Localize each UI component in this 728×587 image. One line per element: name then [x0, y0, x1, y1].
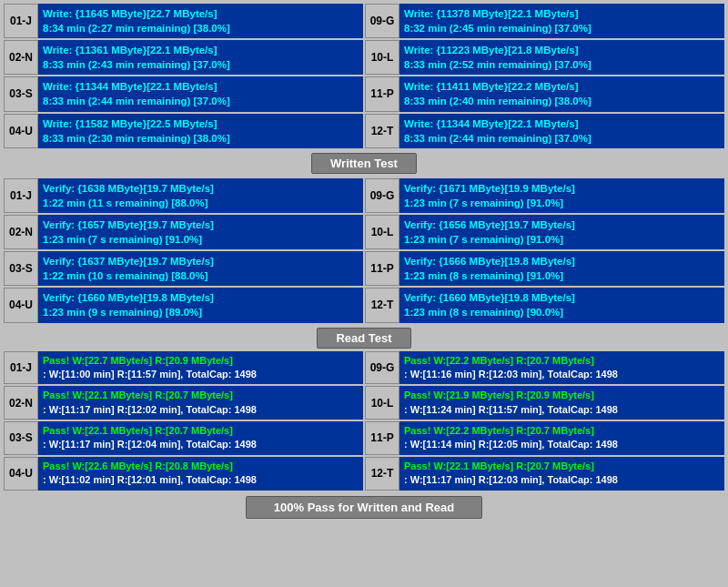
left-cell: Write: {11645 MByte}[22.7 MByte/s] 8:34 … [38, 4, 363, 38]
verify-section: 01-J Verify: {1638 MByte}[19.7 MByte/s] … [4, 178, 724, 325]
right-half: 11-P Pass! W:[22.2 MByte/s] R:[20.7 MByt… [365, 421, 724, 455]
row-unit: 04-U Verify: {1660 MByte}[19.8 MByte/s] … [4, 288, 724, 322]
left-half: 04-U Verify: {1660 MByte}[19.8 MByte/s] … [4, 288, 363, 322]
right-id: 10-L [365, 386, 399, 420]
left-id: 02-N [4, 40, 38, 75]
right-pass-cell: Pass! W:[22.2 MByte/s] R:[20.7 MByte/s] … [399, 351, 724, 385]
right-line2: 1:23 min (7 s remaining) [91.0%] [404, 232, 720, 247]
row-unit: 01-J Pass! W:[22.7 MByte/s] R:[20.9 MByt… [4, 351, 724, 385]
right-cell: Verify: {1671 MByte}[19.9 MByte/s] 1:23 … [399, 178, 724, 213]
left-id: 04-U [4, 114, 38, 148]
left-line1: Pass! W:[22.1 MByte/s] R:[20.7 MByte/s] [43, 424, 359, 438]
left-line1: Verify: {1637 MByte}[19.7 MByte/s] [43, 254, 359, 268]
right-id: 12-T [365, 114, 399, 148]
right-cell: Write: {11411 MByte}[22.2 MByte/s] 8:33 … [399, 76, 724, 111]
right-cell: Verify: {1656 MByte}[19.7 MByte/s] 1:23 … [399, 215, 724, 249]
left-id: 03-S [4, 76, 38, 111]
right-line1: Write: {11378 MByte}[22.1 MByte/s] [404, 6, 720, 21]
read-rows: 01-J Pass! W:[22.7 MByte/s] R:[20.9 MByt… [4, 351, 724, 492]
footer-label: 100% Pass for Written and Read [246, 496, 482, 519]
right-pass-cell: Pass! W:[22.2 MByte/s] R:[20.7 MByte/s] … [399, 421, 724, 455]
left-half: 04-U Pass! W:[22.6 MByte/s] R:[20.8 MByt… [4, 457, 363, 491]
right-half: 10-L Write: {11223 MByte}[21.8 MByte/s] … [365, 40, 724, 75]
right-id: 12-T [365, 288, 399, 322]
left-id: 03-S [4, 251, 38, 286]
left-pass-cell: Pass! W:[22.1 MByte/s] R:[20.7 MByte/s] … [38, 421, 363, 455]
right-id: 09-G [365, 351, 399, 385]
left-line2: : W:[11:00 min] R:[11:57 min], TotalCap:… [43, 368, 359, 381]
right-half: 11-P Write: {11411 MByte}[22.2 MByte/s] … [365, 76, 724, 111]
right-line1: Write: {11411 MByte}[22.2 MByte/s] [404, 79, 720, 94]
read-section: 01-J Pass! W:[22.7 MByte/s] R:[20.9 MByt… [4, 351, 724, 492]
right-pass-cell: Pass! W:[21.9 MByte/s] R:[20.9 MByte/s] … [399, 386, 724, 420]
right-line1: Write: {11344 MByte}[22.1 MByte/s] [404, 116, 720, 131]
left-cell: Write: {11361 MByte}[22.1 MByte/s] 8:33 … [38, 40, 363, 75]
row-unit: 04-U Pass! W:[22.6 MByte/s] R:[20.8 MByt… [4, 457, 724, 491]
right-half: 10-L Pass! W:[21.9 MByte/s] R:[20.9 MByt… [365, 386, 724, 420]
verify-rows: 01-J Verify: {1638 MByte}[19.7 MByte/s] … [4, 178, 724, 325]
right-line1: Verify: {1666 MByte}[19.8 MByte/s] [404, 254, 720, 268]
right-half: 12-T Verify: {1660 MByte}[19.8 MByte/s] … [365, 288, 724, 322]
row-unit: 01-J Verify: {1638 MByte}[19.7 MByte/s] … [4, 178, 724, 213]
left-id: 01-J [4, 351, 38, 385]
right-line1: Pass! W:[22.2 MByte/s] R:[20.7 MByte/s] [404, 424, 720, 438]
row-unit: 02-N Verify: {1657 MByte}[19.7 MByte/s] … [4, 215, 724, 249]
left-half: 01-J Pass! W:[22.7 MByte/s] R:[20.9 MByt… [4, 351, 363, 385]
left-line1: Write: {11645 MByte}[22.7 MByte/s] [43, 6, 359, 21]
right-line2: : W:[11:24 min] R:[11:57 min], TotalCap:… [404, 403, 720, 417]
left-line1: Write: {11582 MByte}[22.5 MByte/s] [43, 116, 359, 131]
right-cell: Verify: {1666 MByte}[19.8 MByte/s] 1:23 … [399, 251, 724, 286]
left-cell: Write: {11582 MByte}[22.5 MByte/s] 8:33 … [38, 114, 363, 148]
left-line1: Pass! W:[22.6 MByte/s] R:[20.8 MByte/s] [43, 460, 359, 473]
right-half: 12-T Write: {11344 MByte}[22.1 MByte/s] … [365, 114, 724, 148]
write-rows: 01-J Write: {11645 MByte}[22.7 MByte/s] … [4, 4, 724, 150]
left-cell: Verify: {1637 MByte}[19.7 MByte/s] 1:22 … [38, 251, 363, 286]
row-unit: 03-S Write: {11344 MByte}[22.1 MByte/s] … [4, 76, 724, 111]
left-line2: : W:[11:02 min] R:[12:01 min], TotalCap:… [43, 473, 359, 487]
right-id: 12-T [365, 457, 399, 491]
left-half: 02-N Pass! W:[22.1 MByte/s] R:[20.7 MByt… [4, 386, 363, 420]
left-id: 04-U [4, 288, 38, 322]
left-line1: Verify: {1638 MByte}[19.7 MByte/s] [43, 181, 359, 196]
right-half: 09-G Verify: {1671 MByte}[19.9 MByte/s] … [365, 178, 724, 213]
left-cell: Verify: {1638 MByte}[19.7 MByte/s] 1:22 … [38, 178, 363, 213]
right-half: 12-T Pass! W:[22.1 MByte/s] R:[20.7 MByt… [365, 457, 724, 491]
left-cell: Write: {11344 MByte}[22.1 MByte/s] 8:33 … [38, 76, 363, 111]
right-line1: Verify: {1656 MByte}[19.7 MByte/s] [404, 218, 720, 232]
right-line2: : W:[11:16 min] R:[12:03 min], TotalCap:… [404, 368, 720, 381]
right-id: 09-G [365, 178, 399, 213]
right-line1: Verify: {1660 MByte}[19.8 MByte/s] [404, 290, 720, 305]
right-line2: : W:[11:14 min] R:[12:05 min], TotalCap:… [404, 438, 720, 451]
right-line2: : W:[11:17 min] R:[12:03 min], TotalCap:… [404, 473, 720, 487]
written-test-label: Written Test [311, 153, 417, 174]
right-id: 09-G [365, 4, 399, 38]
left-line2: : W:[11:17 min] R:[12:02 min], TotalCap:… [43, 403, 359, 417]
left-line1: Verify: {1657 MByte}[19.7 MByte/s] [43, 218, 359, 232]
right-half: 11-P Verify: {1666 MByte}[19.8 MByte/s] … [365, 251, 724, 286]
left-id: 04-U [4, 457, 38, 491]
row-unit: 01-J Write: {11645 MByte}[22.7 MByte/s] … [4, 4, 724, 38]
main-container: 01-J Write: {11645 MByte}[22.7 MByte/s] … [0, 0, 728, 522]
right-id: 11-P [365, 76, 399, 111]
write-section: 01-J Write: {11645 MByte}[22.7 MByte/s] … [4, 4, 724, 177]
right-line2: 1:23 min (8 s remaining) [90.0%] [404, 305, 720, 319]
left-half: 03-S Write: {11344 MByte}[22.1 MByte/s] … [4, 76, 363, 111]
left-line2: 8:33 min (2:43 min remaining) [37.0%] [43, 57, 359, 72]
left-line1: Pass! W:[22.7 MByte/s] R:[20.9 MByte/s] [43, 354, 359, 368]
right-line1: Pass! W:[22.2 MByte/s] R:[20.7 MByte/s] [404, 354, 720, 368]
left-line2: 8:33 min (2:44 min remaining) [37.0%] [43, 94, 359, 108]
right-cell: Write: {11378 MByte}[22.1 MByte/s] 8:32 … [399, 4, 724, 38]
left-half: 03-S Verify: {1637 MByte}[19.7 MByte/s] … [4, 251, 363, 286]
left-line2: 1:23 min (9 s remaining) [89.0%] [43, 305, 359, 319]
read-test-label-row: Read Test [4, 328, 724, 349]
right-id: 11-P [365, 421, 399, 455]
left-half: 03-S Pass! W:[22.1 MByte/s] R:[20.7 MByt… [4, 421, 363, 455]
left-half: 02-N Write: {11361 MByte}[22.1 MByte/s] … [4, 40, 363, 75]
left-line2: 1:22 min (11 s remaining) [88.0%] [43, 196, 359, 210]
row-unit: 03-S Pass! W:[22.1 MByte/s] R:[20.7 MByt… [4, 421, 724, 455]
left-line2: 1:22 min (10 s remaining) [88.0%] [43, 268, 359, 283]
right-line2: 8:33 min (2:44 min remaining) [37.0%] [404, 131, 720, 146]
row-unit: 02-N Write: {11361 MByte}[22.1 MByte/s] … [4, 40, 724, 75]
right-pass-cell: Pass! W:[22.1 MByte/s] R:[20.7 MByte/s] … [399, 457, 724, 491]
left-line2: 8:34 min (2:27 min remaining) [38.0%] [43, 21, 359, 35]
